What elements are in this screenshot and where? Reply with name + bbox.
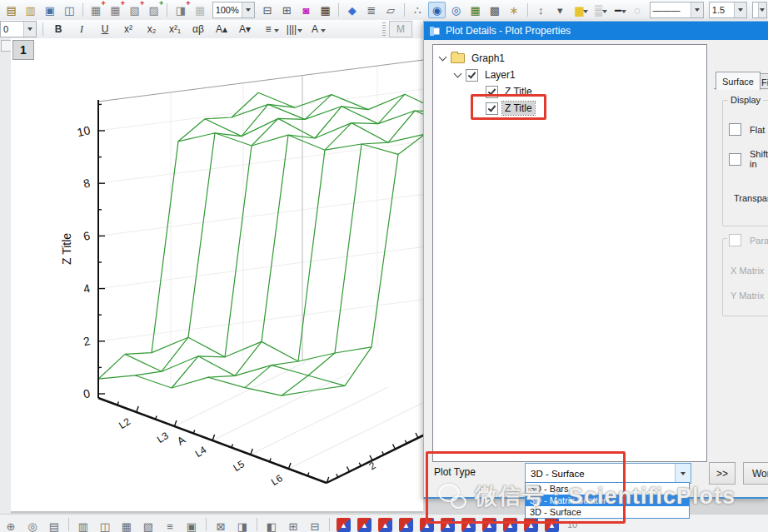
screen-reader-icon[interactable]: ◉ bbox=[428, 2, 446, 18]
svg-text:L2: L2 bbox=[117, 415, 132, 431]
super-subscript-button[interactable]: x²₁ bbox=[164, 21, 186, 37]
extract-icon[interactable]: ▧ bbox=[139, 518, 157, 532]
stack-up-icon[interactable]: ⊞ bbox=[284, 518, 302, 532]
options-gear-icon[interactable]: ∗ bbox=[505, 2, 522, 18]
workspace-left-strip bbox=[0, 38, 12, 514]
3d-surface-plot[interactable]: 0246810Z TitleL2L3L4L5L6A2 bbox=[11, 38, 423, 512]
3d-trajectory-icon[interactable]: ▲ bbox=[357, 518, 372, 532]
reimport-icon[interactable]: ▦ bbox=[191, 2, 208, 18]
folder-icon bbox=[451, 53, 465, 63]
open-icon[interactable]: ▥ bbox=[22, 2, 39, 18]
tab-surface[interactable]: Surface bbox=[716, 72, 761, 90]
tree-item-layer1-label[interactable]: Layer1 bbox=[482, 68, 518, 82]
digitizer-icon[interactable]: ∴ bbox=[409, 2, 426, 18]
tree-expander-icon[interactable] bbox=[454, 70, 462, 78]
format-painter-icon[interactable]: ◆ bbox=[343, 2, 361, 18]
save-icon[interactable]: ▣ bbox=[41, 2, 58, 18]
stack-down-icon[interactable]: ⊟ bbox=[306, 518, 324, 532]
line-width-combo-arrow[interactable] bbox=[734, 2, 746, 17]
distribute-button[interactable]: |||| bbox=[281, 21, 302, 37]
tree-item-graph1[interactable]: Graph1 bbox=[433, 50, 706, 67]
tree-expander-icon[interactable] bbox=[439, 53, 447, 62]
expand-icon[interactable]: ⊠ bbox=[212, 518, 230, 532]
layer-tool-icon[interactable]: ▥ bbox=[74, 518, 92, 532]
tree-item-graph1-label[interactable]: Graph1 bbox=[469, 52, 507, 65]
3d-bars-icon[interactable]: ▲ bbox=[378, 518, 392, 532]
more-options-button[interactable]: >> bbox=[709, 462, 736, 485]
matrix-toolbar-button[interactable]: M bbox=[389, 21, 412, 37]
toolbar-separator bbox=[527, 3, 528, 17]
flat-checkbox[interactable]: Flat bbox=[729, 123, 765, 136]
3d-ribbons-icon[interactable]: ▲ bbox=[399, 518, 413, 532]
superscript-button[interactable]: x² bbox=[117, 21, 139, 37]
toolbar-overflow-icon[interactable]: ▾ bbox=[551, 2, 569, 18]
tree-checkbox-checked[interactable] bbox=[466, 69, 478, 82]
screen-capture-icon[interactable]: ◙ bbox=[297, 2, 315, 18]
print-icon[interactable]: ⊟ bbox=[258, 2, 276, 18]
param-checkbox[interactable]: Param bbox=[727, 234, 768, 246]
subscript-button[interactable]: x₂ bbox=[141, 21, 162, 37]
shift-checkbox[interactable]: Shift in bbox=[729, 149, 768, 169]
profile-icon[interactable]: ◧ bbox=[262, 518, 281, 532]
font-color-button[interactable]: A bbox=[304, 21, 326, 37]
annotation-red-box-ztitle bbox=[471, 94, 546, 120]
italic-button[interactable]: I bbox=[71, 21, 92, 37]
video-icon[interactable]: ▦ bbox=[317, 2, 334, 18]
add-layer-icon[interactable]: ◫ bbox=[96, 518, 114, 532]
worksheet-button[interactable]: Wor bbox=[743, 462, 768, 485]
font-size-combo[interactable]: 0 bbox=[0, 21, 37, 37]
import-wizard-icon[interactable]: ▦+ bbox=[87, 2, 105, 18]
toolbar-separator bbox=[338, 3, 339, 17]
lighting-icon[interactable]: ◌ bbox=[628, 2, 646, 18]
svg-text:0: 0 bbox=[82, 386, 92, 400]
underline-button[interactable]: U bbox=[94, 21, 116, 37]
print-preview-icon[interactable]: ⊞ bbox=[278, 2, 296, 18]
duplicate-import-icon[interactable]: ◨+ bbox=[172, 2, 189, 18]
dialog-title: Plot Details - Plot Properties bbox=[446, 25, 571, 37]
plot-type-combo-arrow[interactable] bbox=[675, 464, 691, 483]
shift-checkbox-box[interactable] bbox=[729, 153, 741, 166]
keyboard-icon[interactable]: ▤ bbox=[45, 518, 63, 532]
master-items-icon[interactable]: ≣ bbox=[362, 2, 380, 18]
zoom-combo[interactable]: 100% bbox=[212, 2, 256, 18]
matrix-icon[interactable]: ◨ bbox=[233, 518, 252, 532]
line-style-combo-arrow[interactable] bbox=[691, 2, 703, 17]
panel-icon[interactable]: ▣ bbox=[182, 518, 201, 532]
fill-color-icon[interactable]: ▆ bbox=[571, 2, 588, 18]
param-checkbox-box[interactable] bbox=[729, 234, 741, 246]
alignment-button[interactable]: ≡ bbox=[257, 21, 279, 37]
tree-item-layer1[interactable]: Layer1 bbox=[433, 67, 706, 83]
clipped-combo-arrow[interactable] bbox=[758, 2, 766, 17]
pattern-icon[interactable]: ▒ bbox=[590, 2, 607, 18]
font-size-combo-arrow[interactable] bbox=[23, 22, 36, 37]
annotation-tool-icon[interactable]: ⊕ bbox=[2, 518, 20, 532]
import-database-icon[interactable]: ▨+ bbox=[145, 2, 162, 18]
new-project-icon[interactable]: ▤ bbox=[2, 2, 20, 18]
svg-text:L6: L6 bbox=[269, 472, 285, 488]
annotation-red-box-plot-type bbox=[426, 451, 626, 524]
increase-font-button[interactable]: A▴ bbox=[211, 21, 232, 37]
clipped-combo[interactable] bbox=[752, 2, 767, 18]
dialog-titlebar[interactable]: Plot Details - Plot Properties bbox=[424, 22, 768, 40]
line-color-icon[interactable]: ━ bbox=[609, 2, 626, 18]
flat-checkbox-box[interactable] bbox=[729, 123, 741, 136]
3d-scatter-icon[interactable]: ▲ bbox=[337, 518, 351, 532]
merge-icon[interactable]: ▦ bbox=[117, 518, 136, 532]
pointer-tool-icon[interactable]: ◎ bbox=[23, 518, 42, 532]
line-style-combo[interactable]: ——— bbox=[650, 2, 704, 18]
worksheet-query-icon[interactable]: ▦ bbox=[466, 2, 484, 18]
line-width-combo-value: 1.5 bbox=[710, 5, 734, 15]
import-file-icon[interactable]: ▦+ bbox=[107, 2, 124, 18]
rescale-axis-icon[interactable]: ↕ bbox=[532, 2, 550, 18]
save-template-icon[interactable]: ◫ bbox=[61, 2, 78, 18]
graph-edit-icon[interactable]: ▩ bbox=[486, 2, 503, 18]
greek-button[interactable]: αβ bbox=[187, 21, 209, 37]
zoom-combo-arrow[interactable] bbox=[242, 2, 254, 17]
bold-button[interactable]: B bbox=[47, 21, 69, 37]
import-multiple-icon[interactable]: ▧+ bbox=[126, 2, 143, 18]
arrange-icon[interactable]: ≡ bbox=[161, 518, 179, 532]
line-width-combo[interactable]: 1.5 bbox=[709, 2, 747, 18]
decrease-font-button[interactable]: A▾ bbox=[234, 21, 256, 37]
layout-icon[interactable]: ▱ bbox=[382, 2, 399, 18]
zoom-panel-icon[interactable]: ◎ bbox=[447, 2, 465, 18]
